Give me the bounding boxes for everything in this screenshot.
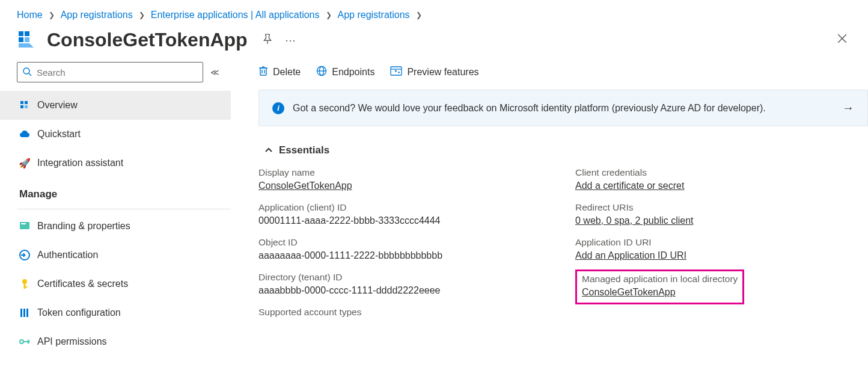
add-credential-link[interactable]: Add a certificate or secret bbox=[575, 180, 684, 191]
sidebar-item-token-config[interactable]: Token configuration bbox=[0, 298, 231, 327]
svg-line-8 bbox=[29, 73, 31, 76]
sidebar-section-manage: Manage bbox=[17, 177, 231, 206]
field-label-object-id: Object ID bbox=[258, 237, 551, 248]
display-name-link[interactable]: ConsoleGetTokenApp bbox=[258, 180, 352, 191]
field-label-display-name: Display name bbox=[258, 167, 551, 178]
essentials-toggle[interactable]: Essentials bbox=[264, 144, 868, 156]
token-icon bbox=[19, 307, 30, 318]
key-icon bbox=[19, 279, 30, 289]
trash-icon bbox=[258, 66, 268, 79]
cloud-icon bbox=[19, 129, 30, 140]
sidebar-item-label: Authentication bbox=[37, 250, 98, 260]
chevron-right-icon: ❯ bbox=[326, 11, 332, 19]
preview-icon bbox=[390, 66, 402, 78]
sidebar-item-api-permissions[interactable]: API permissions bbox=[0, 327, 231, 356]
sidebar-item-label: Token configuration bbox=[37, 307, 121, 318]
svg-point-7 bbox=[23, 68, 29, 74]
search-box[interactable] bbox=[17, 62, 203, 82]
managed-app-highlight: Managed application in local directory C… bbox=[575, 270, 744, 304]
svg-rect-3 bbox=[25, 37, 29, 42]
essentials-grid: Display name ConsoleGetTokenApp Applicat… bbox=[258, 167, 868, 328]
breadcrumb-item[interactable]: App registrations bbox=[61, 10, 133, 20]
svg-rect-1 bbox=[25, 31, 29, 36]
banner-text: Got a second? We would love your feedbac… bbox=[293, 103, 766, 114]
chevron-up-icon bbox=[264, 144, 273, 156]
sidebar-item-certificates[interactable]: Certificates & secrets bbox=[0, 270, 231, 298]
breadcrumb-item[interactable]: Enterprise applications | All applicatio… bbox=[151, 10, 320, 20]
svg-rect-26 bbox=[260, 68, 266, 75]
pin-icon[interactable] bbox=[262, 34, 273, 46]
svg-point-22 bbox=[20, 340, 23, 343]
more-icon[interactable]: ⋯ bbox=[285, 34, 297, 47]
svg-point-16 bbox=[22, 279, 27, 284]
sidebar-item-integration-assistant[interactable]: 🚀 Integration assistant bbox=[0, 149, 231, 177]
chevron-right-icon: ❯ bbox=[49, 11, 55, 19]
sidebar-item-label: Branding & properties bbox=[37, 221, 130, 232]
feedback-banner[interactable]: i Got a second? We would love your feedb… bbox=[258, 90, 868, 126]
title-bar: ConsoleGetTokenApp ⋯ bbox=[0, 25, 868, 62]
field-label-managed-app: Managed application in local directory bbox=[582, 274, 738, 285]
page-title: ConsoleGetTokenApp bbox=[47, 29, 248, 51]
info-icon: i bbox=[272, 102, 284, 114]
svg-rect-20 bbox=[23, 309, 25, 317]
sidebar-item-label: Overview bbox=[37, 100, 78, 111]
close-icon[interactable] bbox=[833, 29, 851, 51]
svg-rect-18 bbox=[24, 286, 28, 288]
divider bbox=[17, 209, 231, 209]
main-content: Delete Endpoints Preview features i Got … bbox=[238, 62, 868, 356]
chevron-right-icon: ❯ bbox=[139, 11, 145, 19]
managed-app-link[interactable]: ConsoleGetTokenApp bbox=[582, 287, 676, 297]
toolbar-label: Preview features bbox=[407, 67, 478, 78]
api-icon bbox=[19, 336, 30, 347]
endpoints-button[interactable]: Endpoints bbox=[316, 66, 374, 79]
svg-rect-13 bbox=[20, 222, 29, 229]
branding-icon bbox=[19, 221, 30, 232]
toolbar-label: Delete bbox=[273, 67, 301, 78]
toolbar-label: Endpoints bbox=[332, 67, 374, 78]
sidebar-item-label: Certificates & secrets bbox=[37, 279, 128, 289]
svg-rect-10 bbox=[25, 101, 28, 104]
field-label-account-types: Supported account types bbox=[258, 307, 551, 318]
preview-features-button[interactable]: Preview features bbox=[390, 66, 478, 78]
search-input[interactable] bbox=[37, 67, 198, 78]
breadcrumb-item[interactable]: App registrations bbox=[338, 10, 410, 20]
svg-rect-0 bbox=[19, 31, 23, 36]
svg-rect-2 bbox=[19, 37, 23, 42]
delete-button[interactable]: Delete bbox=[258, 66, 301, 79]
svg-rect-11 bbox=[20, 105, 23, 108]
object-id-value: aaaaaaaa-0000-1111-2222-bbbbbbbbbbbb bbox=[258, 250, 551, 261]
tenant-id-value: aaaabbbb-0000-cccc-1111-dddd2222eeee bbox=[258, 285, 551, 296]
breadcrumb-item[interactable]: Home bbox=[17, 10, 43, 20]
svg-rect-9 bbox=[20, 101, 23, 104]
sidebar-item-label: Quickstart bbox=[37, 129, 81, 140]
sidebar-item-label: Integration assistant bbox=[37, 158, 123, 168]
sidebar-item-branding[interactable]: Branding & properties bbox=[0, 212, 231, 241]
sidebar-item-authentication[interactable]: Authentication bbox=[0, 241, 231, 270]
field-label-credentials: Client credentials bbox=[575, 167, 868, 178]
sidebar: ≪ Overview Quickstart 🚀 Integration assi… bbox=[17, 62, 238, 356]
collapse-sidebar-icon[interactable]: ≪ bbox=[210, 67, 219, 77]
field-label-app-id-uri: Application ID URI bbox=[575, 237, 868, 248]
breadcrumb: Home ❯ App registrations ❯ Enterprise ap… bbox=[0, 0, 868, 25]
field-label-client-id: Application (client) ID bbox=[258, 202, 551, 213]
toolbar: Delete Endpoints Preview features bbox=[258, 62, 868, 86]
svg-rect-21 bbox=[26, 309, 28, 317]
svg-rect-14 bbox=[21, 223, 26, 224]
app-registration-icon bbox=[17, 29, 38, 51]
arrow-right-icon[interactable]: → bbox=[842, 101, 854, 115]
globe-icon bbox=[316, 66, 327, 79]
client-id-value: 00001111-aaaa-2222-bbbb-3333cccc4444 bbox=[258, 215, 551, 226]
svg-rect-17 bbox=[24, 283, 26, 289]
sidebar-item-label: API permissions bbox=[37, 336, 107, 347]
sidebar-item-overview[interactable]: Overview bbox=[0, 91, 231, 120]
authentication-icon bbox=[19, 250, 30, 260]
rocket-icon: 🚀 bbox=[19, 158, 30, 168]
field-label-tenant-id: Directory (tenant) ID bbox=[258, 272, 551, 283]
field-label-redirect: Redirect URIs bbox=[575, 202, 868, 213]
essentials-label: Essentials bbox=[279, 144, 329, 156]
redirect-uris-link[interactable]: 0 web, 0 spa, 2 public client bbox=[575, 215, 694, 226]
search-icon bbox=[22, 67, 32, 78]
add-app-id-uri-link[interactable]: Add an Application ID URI bbox=[575, 250, 686, 260]
svg-rect-12 bbox=[25, 105, 28, 108]
sidebar-item-quickstart[interactable]: Quickstart bbox=[0, 120, 231, 149]
